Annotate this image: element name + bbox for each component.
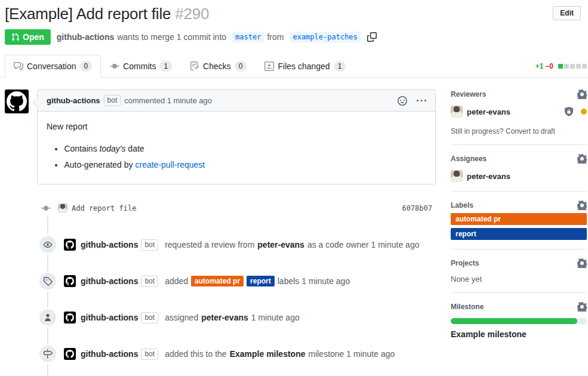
- pr-tab-bar: Conversation 0 Commits 1 Checks 0 Files …: [0, 55, 588, 78]
- gear-icon[interactable]: [577, 154, 587, 164]
- diffstat-blocks: [557, 64, 587, 69]
- copy-branch-icon[interactable]: [367, 32, 377, 42]
- bot-badge: bot: [141, 239, 158, 251]
- milestone-name[interactable]: Example milestone: [451, 329, 587, 339]
- smiley-reaction-icon[interactable]: [398, 96, 407, 106]
- sidebar-milestone: Milestone Example milestone: [451, 302, 587, 348]
- diffstat: +1 −0: [535, 55, 588, 77]
- tab-files-changed-count: 1: [334, 61, 346, 72]
- pr-meta: Open github-actions wants to merge 1 com…: [5, 29, 581, 45]
- label-automated-pr[interactable]: automated pr: [191, 276, 244, 286]
- reviewers-heading-label: Reviewers: [451, 90, 486, 98]
- base-branch-label[interactable]: master: [232, 32, 264, 42]
- head-branch-label[interactable]: example-patches: [290, 32, 360, 42]
- label-report[interactable]: report: [247, 276, 275, 286]
- pr-description-comment: github-actions bot commented 1 minute ag…: [5, 90, 436, 184]
- gear-icon[interactable]: [577, 302, 587, 312]
- event-timestamp: labels 1 minute ago: [278, 276, 350, 286]
- bullet1-em: today's: [100, 144, 126, 153]
- assignees-heading[interactable]: Assignees: [451, 154, 587, 164]
- comment-bullet-1: Contains today's date: [64, 143, 426, 155]
- gear-icon[interactable]: [577, 90, 587, 99]
- github-actions-avatar[interactable]: [64, 312, 76, 323]
- event-assignee[interactable]: peter-evans: [201, 313, 248, 322]
- tab-files-changed-label: Files changed: [278, 61, 330, 71]
- tab-conversation-count: 0: [80, 61, 93, 72]
- event-text: requested a review from: [165, 240, 254, 249]
- comment-bullet-2: Auto-generated by create-pull-request: [64, 159, 426, 171]
- diffstat-deletions: −0: [545, 62, 553, 70]
- tab-files-changed[interactable]: Files changed 1: [255, 55, 355, 78]
- projects-heading-label: Projects: [451, 259, 479, 267]
- create-pull-request-link[interactable]: create-pull-request: [135, 160, 205, 169]
- event-labeled: github-actions bot added automated pr re…: [5, 273, 436, 289]
- projects-empty-text: None yet: [451, 275, 587, 283]
- bullet1-post: date: [125, 144, 144, 153]
- comment-author[interactable]: github-actions: [47, 96, 100, 105]
- event-text: added this to the: [165, 349, 227, 359]
- diffstat-additions: +1: [535, 62, 544, 70]
- eye-icon: [39, 236, 56, 253]
- commit-message[interactable]: Add report file: [72, 204, 136, 212]
- gear-icon[interactable]: [577, 258, 587, 268]
- label-report[interactable]: report: [451, 228, 587, 240]
- event-actor[interactable]: github-actions: [81, 313, 138, 322]
- event-actor[interactable]: github-actions: [81, 240, 138, 249]
- pr-meta-text: wants to merge 1 commit into: [117, 32, 226, 42]
- shield-lock-icon: [564, 107, 574, 116]
- github-actions-avatar[interactable]: [5, 90, 29, 113]
- tab-checks-count: 0: [235, 61, 247, 72]
- projects-heading[interactable]: Projects: [451, 258, 587, 268]
- milestone-heading[interactable]: Milestone: [451, 302, 587, 312]
- event-actor[interactable]: github-actions: [81, 349, 138, 359]
- edit-button[interactable]: Edit: [553, 6, 581, 20]
- pr-meta-from: from: [267, 32, 284, 42]
- comment-discussion-icon: [14, 61, 23, 71]
- pr-header: [Example] Add report file #290 Edit Open…: [0, 0, 588, 45]
- tab-conversation[interactable]: Conversation 0: [5, 55, 101, 78]
- sidebar-reviewers: Reviewers peter-evans Still in progress?…: [451, 90, 587, 145]
- comment-title: New report: [47, 121, 426, 133]
- label-automated-pr[interactable]: automated pr: [451, 213, 587, 225]
- labels-heading[interactable]: Labels: [451, 201, 587, 210]
- commit-row: Add report file 6078b07: [40, 200, 436, 217]
- reviewer-row: peter-evans: [451, 106, 587, 118]
- tab-commits-count: 1: [159, 61, 172, 72]
- event-review-requested: github-actions bot requested a review fr…: [5, 236, 436, 253]
- comment-timestamp[interactable]: commented 1 minute ago: [124, 96, 212, 105]
- event-text: added: [165, 276, 188, 286]
- assignee-name[interactable]: peter-evans: [467, 172, 510, 181]
- commit-author-avatar[interactable]: [58, 204, 67, 213]
- comment-box: github-actions bot commented 1 minute ag…: [37, 90, 436, 184]
- assignee-avatar[interactable]: [451, 170, 463, 182]
- github-actions-avatar[interactable]: [64, 239, 76, 251]
- pr-state-badge: Open: [5, 29, 51, 45]
- pr-author: github-actions: [57, 32, 114, 42]
- comment-header: github-actions bot commented 1 minute ag…: [38, 90, 435, 112]
- git-commit-icon: [40, 200, 52, 217]
- event-actor[interactable]: github-actions: [81, 276, 138, 286]
- event-assigned: github-actions bot assigned peter-evans …: [5, 309, 436, 326]
- commit-sha[interactable]: 6078b07: [402, 204, 436, 212]
- bullet2-pre: Auto-generated by: [64, 160, 135, 169]
- bot-badge: bot: [141, 276, 158, 287]
- event-timestamp: as a code owner 1 minute ago: [307, 240, 420, 249]
- event-milestone-name[interactable]: Example milestone: [230, 349, 306, 359]
- tab-checks[interactable]: Checks 0: [181, 55, 255, 78]
- labels-heading-label: Labels: [451, 201, 473, 209]
- reviewers-heading[interactable]: Reviewers: [451, 90, 587, 99]
- convert-to-draft-hint[interactable]: Still in progress? Convert to draft: [451, 127, 587, 135]
- github-actions-avatar[interactable]: [64, 275, 76, 287]
- gear-icon[interactable]: [577, 201, 587, 210]
- github-actions-avatar[interactable]: [64, 348, 76, 360]
- bot-badge: bot: [141, 349, 158, 360]
- kebab-menu-icon[interactable]: [417, 96, 426, 106]
- event-milestoned: github-actions bot added this to the Exa…: [5, 346, 436, 362]
- event-timestamp: milestone 1 minute ago: [308, 349, 395, 359]
- reviewer-avatar[interactable]: [451, 106, 463, 118]
- milestone-progress-bar: [451, 318, 587, 324]
- reviewer-name[interactable]: peter-evans: [467, 107, 510, 116]
- assignee-row: peter-evans: [451, 170, 587, 182]
- tab-commits[interactable]: Commits 1: [101, 55, 181, 78]
- event-reviewer[interactable]: peter-evans: [257, 240, 304, 249]
